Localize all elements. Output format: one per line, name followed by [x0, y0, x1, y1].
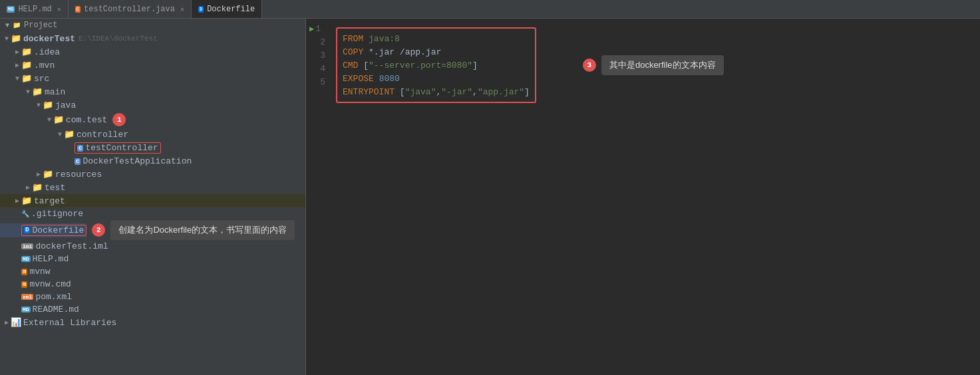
tab-dockerfile[interactable]: D Dockerfile: [192, 0, 262, 18]
tree-item-dockertestiml[interactable]: ▶ iml dockerTest.iml: [0, 240, 305, 253]
run-icon[interactable]: ▶: [309, 24, 314, 34]
tree-item-src[interactable]: ▼ 📁 src: [0, 72, 305, 85]
annotation-badge-1: 1: [112, 113, 126, 126]
line-num-4: 4: [309, 62, 328, 75]
tab-icon-md: MD: [7, 6, 15, 13]
item-readmemd-label: README.md: [33, 305, 79, 314]
root-name: dockerTest: [23, 34, 75, 44]
tree-item-main[interactable]: ▼ 📁 main: [0, 85, 305, 98]
editor-area[interactable]: ▶ 1 2 3 4 5 FROM java:8 COPY: [306, 19, 980, 375]
item-test-label: test: [45, 183, 65, 193]
plain-space-entry: [395, 87, 400, 97]
str-appjar: "app.jar": [478, 87, 524, 97]
line-num-2: 2: [309, 35, 328, 49]
folder-root-icon: 📁: [11, 33, 21, 44]
bracket-close-entry: ]: [524, 87, 530, 97]
item-mvn-label: .mvn: [34, 61, 55, 70]
file-md-icon-help: MD: [21, 256, 31, 262]
tree-root-dockertest[interactable]: ▼ 📁 dockerTest E:\IDEA\dockerTest: [0, 32, 305, 45]
bracket-close-cmd: ]: [472, 61, 478, 70]
project-icon: 📁: [13, 21, 21, 29]
item-target-label: target: [34, 196, 65, 206]
tab-help-md[interactable]: MD HELP.md ✕: [0, 0, 69, 18]
tree-item-resources[interactable]: ▶ 📁 resources: [0, 168, 305, 181]
tree-item-extlibs[interactable]: ▶ 📊 External Libraries: [0, 316, 305, 329]
folder-idea-icon: 📁: [21, 47, 32, 57]
sidebar-content: ▼ 📁 dockerTest E:\IDEA\dockerTest ▶ 📁 .i…: [0, 32, 305, 329]
code-line-2: COPY *.jar /app.jar: [343, 45, 530, 59]
tree-item-idea[interactable]: ▶ 📁 .idea: [0, 45, 305, 59]
folder-test-icon: 📁: [32, 182, 43, 193]
folder-target-icon: 📁: [21, 195, 32, 206]
tab-bar: MD HELP.md ✕ C testController.java ✕ D D…: [0, 0, 980, 19]
line-num-3: 3: [309, 49, 328, 62]
arrow-controller: ▼: [56, 131, 64, 138]
tree-item-dockerfile[interactable]: ▶ D Dockerfile: [0, 223, 86, 237]
item-src-label: src: [34, 74, 49, 84]
plain-comma2: ,: [472, 87, 478, 97]
str-jar-flag: "-jar": [441, 87, 472, 97]
item-mvnw-label: mvnw: [29, 267, 50, 277]
plain-comma1: ,: [436, 87, 441, 97]
line-num-1: 1: [315, 24, 321, 34]
tab-close-test-controller[interactable]: ✕: [180, 5, 184, 13]
tooltip-2: 创建名为Dockerfile的文本，书写里面的内容: [110, 220, 295, 240]
arrow-resources: ▶: [35, 170, 43, 178]
str-java8: java:8: [369, 34, 400, 44]
testcontroller-box: c testController: [75, 142, 161, 154]
tree-item-comtest[interactable]: ▼ 📁 com.test 1: [0, 112, 305, 128]
file-xml-icon-pom: xml: [21, 294, 33, 300]
tree-item-test[interactable]: ▶ 📁 test: [0, 181, 305, 194]
item-testcontroller-label: testController: [85, 143, 158, 153]
code-box: FROM java:8 COPY *.jar /app.jar CMD [ "-…: [336, 27, 536, 103]
arrow-extlibs: ▶: [3, 318, 11, 326]
annotation-3-wrapper: 3 其中是dockerfile的文本内容: [583, 55, 724, 75]
tree-item-helpmd[interactable]: ▶ MD HELP.md: [0, 253, 305, 265]
code-line-4: EXPOSE 8080: [343, 72, 530, 85]
item-idea-label: .idea: [34, 47, 60, 57]
num-8080: 8080: [379, 74, 400, 84]
main-layout: ▼ 📁 Project ▼ 📁 dockerTest E:\IDEA\docke…: [0, 19, 980, 375]
tooltip-3: 其中是dockerfile的文本内容: [601, 55, 724, 75]
tree-item-testcontroller[interactable]: ▶ c testController: [0, 141, 305, 155]
line-num-5: 5: [309, 75, 328, 88]
tree-item-readmemd[interactable]: ▶ MD README.md: [0, 303, 305, 316]
project-header[interactable]: ▼ 📁 Project: [0, 19, 305, 32]
plain-space1: [363, 34, 369, 44]
folder-comtest-icon: 📁: [53, 114, 64, 125]
item-extlibs-label: External Libraries: [23, 318, 116, 328]
folder-controller-icon: 📁: [64, 129, 75, 140]
folder-resources-icon: 📁: [43, 169, 53, 180]
code-line-5: ENTRYPOINT [ "java" , "-jar" , "app.jar"…: [343, 85, 530, 98]
root-path: E:\IDEA\dockerTest: [79, 35, 158, 43]
tab-icon-docker: D: [198, 6, 204, 13]
plain-copy-args: *.jar /app.jar: [363, 47, 441, 57]
tree-item-java[interactable]: ▼ 📁 java: [0, 98, 305, 112]
tree-item-target[interactable]: ▶ 📁 target: [0, 194, 305, 207]
file-md-icon-readme: MD: [21, 307, 31, 312]
tree-item-pomxml[interactable]: ▶ xml pom.xml: [0, 291, 305, 303]
folder-java-icon: 📁: [43, 100, 53, 110]
sidebar: ▼ 📁 Project ▼ 📁 dockerTest E:\IDEA\docke…: [0, 19, 306, 375]
tree-item-gitignore[interactable]: ▶ 🔧 .gitignore: [0, 207, 305, 220]
kw-entrypoint: ENTRYPOINT: [343, 87, 395, 97]
item-mvnwcmd-label: mvnw.cmd: [29, 279, 71, 289]
tree-item-mvn[interactable]: ▶ 📁 .mvn: [0, 59, 305, 72]
item-controller-label: controller: [77, 130, 128, 140]
tab-label-dockerfile: Dockerfile: [207, 5, 255, 14]
code-line-3: CMD [ "--server.port=8080" ]: [343, 59, 530, 72]
item-resources-label: resources: [55, 170, 102, 180]
tab-test-controller[interactable]: C testController.java ✕: [69, 0, 192, 18]
kw-expose: EXPOSE: [343, 74, 374, 84]
arrow-test: ▶: [24, 184, 32, 191]
arrow-mvn: ▶: [13, 61, 21, 69]
item-gitignore-label: .gitignore: [31, 209, 83, 219]
item-dockertestapp-label: DockerTestApplication: [82, 156, 192, 166]
tree-item-dockertestapp[interactable]: ▶ c DockerTestApplication: [0, 155, 305, 168]
tree-item-mvnw[interactable]: ▶ m mvnw: [0, 265, 305, 278]
tree-item-controller[interactable]: ▼ 📁 controller: [0, 128, 305, 141]
tab-close-help-md[interactable]: ✕: [57, 5, 61, 13]
item-pomxml-label: pom.xml: [35, 292, 72, 302]
tree-item-mvnwcmd[interactable]: ▶ m mvnw.cmd: [0, 278, 305, 291]
str-server-port: "--server.port=8080": [369, 61, 472, 70]
